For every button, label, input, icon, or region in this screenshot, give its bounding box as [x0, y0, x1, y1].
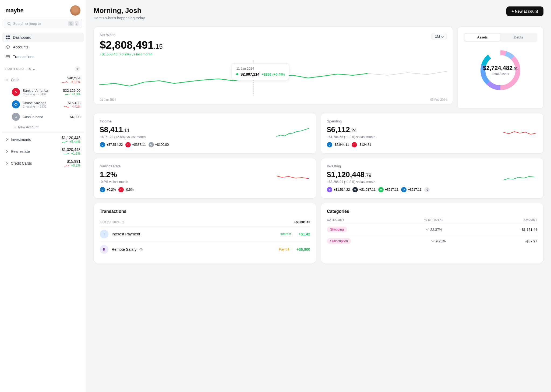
svg-point-8	[15, 91, 16, 93]
tx-item-interest[interactable]: I Interest Payment Interest +$1.42	[100, 226, 310, 242]
tx-category-salary: Payroll	[279, 248, 289, 251]
categories-title: Categories	[327, 209, 537, 214]
donut-amount: $2,724,482.91	[483, 65, 518, 72]
chase-account-amount: $16,408	[64, 101, 80, 105]
income-c-icon: C	[149, 142, 154, 147]
tab-debts[interactable]: Debts	[500, 34, 536, 41]
cat-row-subscription[interactable]: Subscription 9.28% -$87.97	[327, 235, 537, 247]
tx-category-interest: Interest	[280, 232, 291, 236]
add-portfolio-button[interactable]: +	[75, 66, 80, 72]
categories-table-header: CATEGORY % OF TOTAL AMOUNT	[327, 218, 537, 221]
boa-account-name: Bank of America	[23, 89, 48, 93]
svg-rect-3	[8, 36, 10, 37]
nav-transactions-label: Transactions	[13, 55, 34, 59]
main-header: Morning, Josh Here's what's happening to…	[94, 6, 543, 20]
cash-in-hand-amount: $4,000	[70, 115, 80, 119]
assets-debts-card: Assets Debts	[457, 27, 543, 109]
nav-accounts[interactable]: Accounts	[2, 42, 84, 52]
cat-badge-shopping: Shopping	[327, 227, 347, 232]
svg-point-19	[380, 189, 382, 190]
chevron-right-icon	[5, 138, 9, 141]
savings-boa-icon	[118, 187, 124, 192]
nav-transactions[interactable]: Transactions	[2, 52, 84, 62]
boa-account-change: +1.3%	[63, 93, 80, 96]
income-icons: +$7,514.22 +$387.11 C +$100.00	[100, 142, 310, 147]
cat-row-shopping[interactable]: Shopping 22.37% -$1,161.44	[327, 224, 537, 235]
cash-group-amount: $48,534	[61, 76, 80, 80]
nav-section: Dashboard Accounts Transactions	[0, 33, 86, 62]
investing-label: Investing	[327, 164, 537, 168]
cash-in-hand-item[interactable]: C Cash in hand $4,000	[2, 111, 84, 123]
chase-account-item[interactable]: Chase Savings Checking ···· 3432 $16,408…	[2, 98, 84, 111]
search-icon	[7, 22, 11, 26]
net-worth-card: Net Worth $2,808,491.15 +$1,553.43 (+0.9…	[94, 27, 453, 104]
investing-icon-4	[401, 187, 407, 192]
categories-card: Categories CATEGORY % OF TOTAL AMOUNT Sh…	[321, 203, 543, 263]
cash-group-header[interactable]: Cash $48,534 -3.11%	[2, 74, 84, 86]
greeting: Morning, Josh	[94, 6, 145, 15]
search-bar[interactable]: Search or jump to ⌘ /	[4, 19, 82, 28]
income-boa-icon	[125, 142, 131, 147]
tx-group-header: FEB 28, 2024 · 2 +$6,001.42	[100, 218, 310, 226]
cash-group: Cash $48,534 -3.11%	[0, 74, 86, 131]
svg-point-17	[329, 189, 330, 190]
investments-header[interactable]: Investments $1,120,448 +5.44%	[2, 134, 84, 146]
investing-icons: +$1,514.22 +$1,017.11 +$517.11	[327, 187, 537, 192]
income-chase-icon	[100, 142, 105, 147]
new-account-button[interactable]: + New account	[4, 123, 82, 131]
svg-rect-6	[6, 56, 10, 58]
cat-amount-subscription: -$87.97	[525, 239, 537, 243]
new-account-button-header[interactable]: + New account	[506, 6, 543, 16]
trend-down-icon-2	[431, 239, 435, 243]
cat-amount-shopping: -$1,161.44	[521, 228, 537, 232]
investing-icon-more: +2	[424, 187, 430, 192]
real-estate-header[interactable]: Real estate $1,320,448 +1.3%	[2, 146, 84, 157]
refresh-icon	[139, 248, 143, 252]
credit-cards-header[interactable]: Credit Cards $15,991 +0.2%	[2, 157, 84, 169]
income-spending-row: Income $8,411.11 +$871.22 (+2.8%) vs las…	[94, 113, 543, 154]
tab-assets[interactable]: Assets	[464, 34, 500, 41]
real-estate-label: Real estate	[11, 149, 30, 154]
boa-account-sub: Checking ···· 3432	[23, 93, 48, 96]
dot-green	[236, 73, 238, 75]
credit-cards-group: Credit Cards $15,991 +0.2%	[0, 157, 86, 169]
portfolio-label: PORTFOLIO · 1M	[5, 67, 35, 70]
chevron-down-icon	[5, 78, 9, 82]
investments-group: Investments $1,120,448 +5.44%	[0, 134, 86, 146]
portfolio-period[interactable]: · 1M	[26, 67, 35, 70]
investing-icon-2	[352, 187, 358, 192]
chase-trend-icon	[64, 106, 70, 108]
cat-pct-subscription: 9.28%	[431, 239, 446, 243]
tx-amount-salary: +$6,000	[296, 247, 310, 252]
boa-logo	[14, 90, 18, 94]
tx-icon-salary: R	[100, 245, 108, 254]
svg-point-18	[354, 189, 356, 190]
chevron-right-icon-2	[5, 150, 9, 153]
chart-dates: 01 Jan 2024 06 Feb 2024	[100, 98, 447, 101]
cat-pct-shopping: 22.37%	[425, 228, 442, 232]
savings-rate-label: Savings Rate	[100, 164, 310, 168]
spending-chase-icon	[327, 142, 332, 147]
transactions-card: Transactions FEB 28, 2024 · 2 +$6,001.42…	[94, 203, 316, 263]
donut-chart: $2,724,482.91 Total Assets	[476, 46, 525, 94]
boa-account-item[interactable]: Bank of America Checking ···· 3432 $32,1…	[2, 86, 84, 98]
chevron-right-icon-3	[5, 162, 9, 165]
nav-dashboard-label: Dashboard	[13, 35, 31, 40]
chart-tooltip: 11 Jan 2024 $2,807,114 +$256 (+0.4%)	[232, 63, 289, 80]
tx-item-salary[interactable]: R Remote Salary Payroll +$6,000	[100, 242, 310, 257]
boa-account-amount: $32,126.00	[63, 89, 80, 93]
tx-amount-interest: +$1.42	[299, 232, 310, 236]
svg-rect-4	[6, 38, 8, 39]
investing-icon-3	[378, 187, 384, 192]
income-card: Income $8,411.11 +$871.22 (+2.8%) vs las…	[94, 113, 316, 154]
nav-dashboard[interactable]: Dashboard	[2, 33, 84, 42]
investing-card: Investing $1,120,448.79 +$3,286.91 (+1.8…	[321, 158, 543, 199]
period-selector[interactable]: 1M	[432, 33, 447, 40]
real-estate-group: Real estate $1,320,448 +1.3%	[0, 146, 86, 157]
spending-mini-chart	[502, 126, 537, 141]
avatar[interactable]	[70, 5, 80, 16]
income-mini-chart	[275, 126, 310, 141]
layers-icon	[5, 45, 10, 50]
tx-name-salary: Remote Salary	[112, 247, 276, 252]
search-placeholder: Search or jump to	[13, 22, 66, 26]
